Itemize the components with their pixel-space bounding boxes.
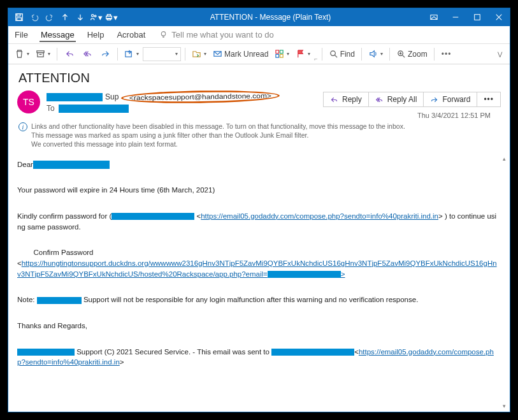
message-window: ▾ ▾ ATTENTION - Message (Plain Text) Fil…	[8, 8, 510, 412]
phishing-link[interactable]: https://hungtingtonsupport.duckdns.org/w…	[17, 259, 497, 278]
more-commands-button[interactable]: •••	[438, 46, 455, 62]
svg-rect-18	[280, 54, 284, 57]
body-expiry-notice: Your password will expire in 24 Hours ti…	[17, 185, 498, 196]
received-datetime: Thu 3/4/2021 12:51 PM	[417, 109, 501, 119]
scroll-up-icon[interactable]: ▴	[500, 154, 508, 163]
reply-icon[interactable]	[61, 46, 78, 62]
save-icon[interactable]	[12, 10, 26, 25]
from-line: Sup <rackspacesupport@handandstone.com>	[47, 92, 317, 102]
tell-me-placeholder: Tell me what you want to do	[171, 30, 273, 40]
svg-rect-6	[107, 15, 110, 17]
follow-up-button[interactable]: ▾	[293, 46, 313, 62]
share-button[interactable]: ▾	[122, 46, 141, 62]
tab-strip: File Message Help Acrobat Tell me what y…	[8, 26, 510, 44]
close-button[interactable]	[488, 8, 510, 26]
svg-point-3	[91, 15, 94, 17]
body-greeting: Dear	[17, 159, 498, 170]
undo-icon[interactable]	[27, 10, 41, 25]
reply-button[interactable]: Reply	[323, 92, 369, 107]
confirm-link-1[interactable]: https://email05.godaddy.com/compose.php?…	[201, 212, 438, 220]
svg-rect-9	[475, 15, 480, 20]
svg-point-19	[330, 51, 335, 56]
reply-all-button[interactable]: Reply All	[368, 92, 424, 107]
find-button[interactable]: Find	[326, 46, 357, 62]
body-signature: Support (C) 2021 Secured Service. - This…	[17, 347, 498, 368]
maximize-button[interactable]	[466, 8, 488, 26]
scroll-down-icon[interactable]: ▾	[500, 402, 508, 410]
svg-rect-16	[280, 50, 284, 54]
body-signoff: Thanks and Regards,	[17, 321, 498, 331]
svg-rect-1	[17, 14, 20, 17]
down-arrow-icon[interactable]	[73, 10, 87, 25]
message-header: TS Sup <rackspacesupport@handandstone.co…	[8, 88, 510, 120]
redacted-sender-name	[47, 93, 103, 101]
reply-all-icon[interactable]	[79, 46, 96, 62]
body-confirm-line: Kindly confirm password for ( <https://e…	[17, 211, 498, 232]
tab-acrobat[interactable]: Acrobat	[115, 27, 147, 42]
zoom-button[interactable]: Zoom	[394, 46, 430, 62]
message-body-container: Dear Your password will expire in 24 Hou…	[8, 153, 510, 412]
tab-message[interactable]: Message	[40, 27, 76, 42]
info-icon: i	[18, 122, 27, 131]
titlebar: ▾ ▾ ATTENTION - Message (Plain Text)	[8, 8, 510, 26]
up-arrow-icon[interactable]	[58, 10, 72, 25]
tab-help[interactable]: Help	[86, 27, 106, 42]
meeting-icon[interactable]: ▾	[89, 10, 103, 25]
redacted-recipient	[59, 105, 129, 113]
sender-avatar: TS	[17, 91, 40, 113]
ribbon-options-icon[interactable]	[423, 8, 445, 26]
svg-point-4	[94, 15, 96, 17]
minimize-button[interactable]	[445, 8, 466, 26]
quick-steps-gallery[interactable]: ▾	[143, 47, 181, 61]
svg-rect-17	[276, 54, 279, 57]
svg-point-10	[162, 32, 166, 36]
mark-unread-button[interactable]: Mark Unread	[210, 46, 271, 62]
read-aloud-button[interactable]: ▾	[366, 46, 385, 62]
tell-me-search[interactable]: Tell me what you want to do	[159, 30, 273, 40]
categorize-button[interactable]: ▾	[272, 46, 292, 62]
quick-access-toolbar: ▾ ▾	[8, 10, 118, 25]
dialog-launcher-icon[interactable]: ⌐	[314, 55, 317, 64]
lightbulb-icon	[159, 31, 168, 39]
vertical-scrollbar[interactable]: ▴ ▾	[500, 154, 508, 410]
body-note: Note: Support will not be responsible fo…	[17, 294, 498, 305]
svg-rect-15	[276, 50, 279, 54]
move-button[interactable]: ▾	[189, 46, 209, 62]
highlighted-sender-email: <rackspacesupport@handandstone.com>	[121, 89, 280, 104]
svg-rect-2	[17, 18, 22, 20]
forward-button[interactable]: Forward	[423, 92, 477, 107]
more-actions-button[interactable]: •••	[477, 92, 501, 107]
message-body: Dear Your password will expire in 24 Hou…	[8, 153, 510, 412]
info-banner: i Links and other functionality have bee…	[8, 120, 510, 153]
message-subject: ATTENTION	[8, 64, 510, 88]
print-icon[interactable]: ▾	[104, 10, 118, 25]
window-title: ATTENTION - Message (Plain Text)	[118, 13, 423, 22]
reply-actions: Reply Reply All Forward •••	[323, 91, 501, 107]
tab-file[interactable]: File	[13, 27, 29, 42]
forward-icon[interactable]	[97, 46, 113, 62]
redo-icon[interactable]	[43, 10, 57, 25]
archive-button[interactable]: ▾	[33, 46, 53, 62]
ribbon-toolbar: ▾ ▾ ▾ ▾ ▾ Mark Unread ▾ ▾ ⌐ Find ▾ Zoom …	[8, 44, 510, 64]
body-confirm-block: Confirm Password <https://hungtingtonsup…	[17, 247, 498, 279]
to-line: To	[47, 104, 317, 113]
delete-button[interactable]: ▾	[12, 46, 32, 62]
collapse-ribbon-icon[interactable]: ⋁	[498, 51, 506, 57]
